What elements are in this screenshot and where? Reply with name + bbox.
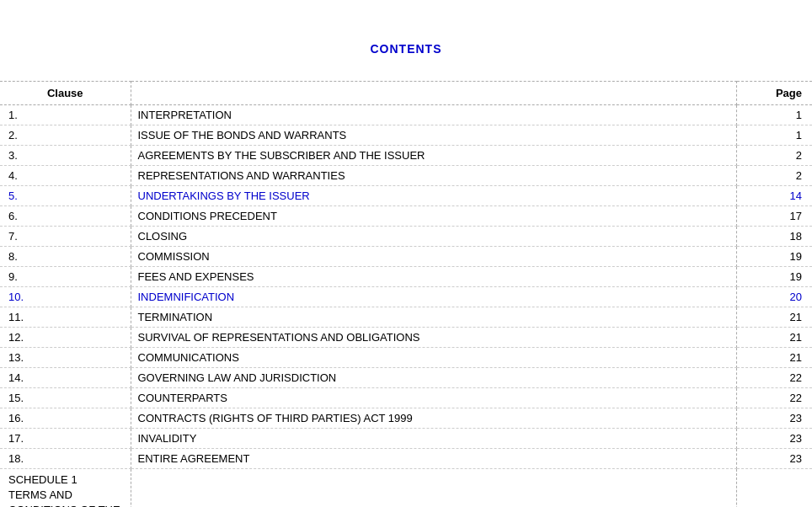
page-cell: 23 [736,429,812,449]
page-cell: 2 [736,146,812,166]
table-row: 15.COUNTERPARTS22 [0,388,812,408]
schedule-page-cell [736,469,812,508]
clause-cell: 4. [0,166,131,186]
description-cell: INVALIDITY [131,429,736,449]
clause-cell: 17. [0,429,131,449]
description-cell: COMMISSION [131,247,736,267]
page-cell: 21 [736,307,812,328]
page: CONTENTS Clause Page 1.INTERPRETATION12.… [0,0,812,507]
table-row: 11.TERMINATION21 [0,307,812,328]
contents-table: Clause Page 1.INTERPRETATION12.ISSUE OF … [0,81,812,507]
schedule-clause-cell: SCHEDULE 1 TERMS AND CONDITIONS OF THE B… [0,469,131,508]
clause-cell: 18. [0,449,131,469]
description-cell: FEES AND EXPENSES [131,267,736,287]
page-title: CONTENTS [371,42,442,56]
page-cell: 14 [736,186,812,206]
clause-cell: 2. [0,125,131,146]
description-cell: ENTIRE AGREEMENT [131,449,736,469]
clause-cell: 9. [0,267,131,287]
clause-cell: 13. [0,348,131,368]
table-header-row: Clause Page [0,82,812,105]
table-row: 4.REPRESENTATIONS AND WARRANTIES2 [0,166,812,186]
clause-cell: 16. [0,408,131,429]
table-row: 3.AGREEMENTS BY THE SUBSCRIBER AND THE I… [0,146,812,166]
table-container: Clause Page 1.INTERPRETATION12.ISSUE OF … [0,81,812,507]
table-row: 1.INTERPRETATION1 [0,105,812,125]
description-cell: UNDERTAKINGS BY THE ISSUER [131,186,736,206]
page-cell: 18 [736,227,812,247]
table-row: 6.CONDITIONS PRECEDENT17 [0,206,812,227]
table-row: 8.COMMISSION19 [0,247,812,267]
clause-cell: 6. [0,206,131,227]
description-cell: GOVERNING LAW AND JURISDICTION [131,368,736,388]
title-area: CONTENTS [0,17,812,72]
description-cell: SURVIVAL OF REPRESENTATIONS AND OBLIGATI… [131,328,736,348]
description-cell: INDEMNIFICATION [131,287,736,307]
description-cell: CLOSING [131,227,736,247]
clause-cell: 12. [0,328,131,348]
page-cell: 2 [736,166,812,186]
header-clause: Clause [0,82,131,105]
clause-cell: 8. [0,247,131,267]
table-row: 16.CONTRACTS (RIGHTS OF THIRD PARTIES) A… [0,408,812,429]
description-cell: CONDITIONS PRECEDENT [131,206,736,227]
header-description [131,82,736,105]
table-row: 14.GOVERNING LAW AND JURISDICTION22 [0,368,812,388]
clause-cell: 3. [0,146,131,166]
clause-cell: 7. [0,227,131,247]
clause-cell: 10. [0,287,131,307]
table-row: 13.COMMUNICATIONS21 [0,348,812,368]
clause-cell: 5. [0,186,131,206]
table-row: 2.ISSUE OF THE BONDS AND WARRANTS1 [0,125,812,146]
table-row: 18.ENTIRE AGREEMENT23 [0,449,812,469]
table-row: 9.FEES AND EXPENSES19 [0,267,812,287]
page-cell: 20 [736,287,812,307]
page-cell: 1 [736,105,812,125]
schedule-row: SCHEDULE 1 TERMS AND CONDITIONS OF THE B… [0,469,812,508]
description-cell: REPRESENTATIONS AND WARRANTIES [131,166,736,186]
description-cell: COMMUNICATIONS [131,348,736,368]
description-cell: TERMINATION [131,307,736,328]
description-cell: AGREEMENTS BY THE SUBSCRIBER AND THE ISS… [131,146,736,166]
page-cell: 1 [736,125,812,146]
page-cell: 17 [736,206,812,227]
page-cell: 19 [736,267,812,287]
description-cell: ISSUE OF THE BONDS AND WARRANTS [131,125,736,146]
header-page: Page [736,82,812,105]
page-cell: 21 [736,348,812,368]
description-cell: CONTRACTS (RIGHTS OF THIRD PARTIES) ACT … [131,408,736,429]
page-cell: 23 [736,449,812,469]
page-cell: 22 [736,368,812,388]
page-cell: 23 [736,408,812,429]
table-row: 10.INDEMNIFICATION20 [0,287,812,307]
clause-cell: 1. [0,105,131,125]
table-row: 5.UNDERTAKINGS BY THE ISSUER14 [0,186,812,206]
page-cell: 21 [736,328,812,348]
table-row: 7.CLOSING18 [0,227,812,247]
description-cell: INTERPRETATION [131,105,736,125]
clause-cell: 11. [0,307,131,328]
clause-cell: 14. [0,368,131,388]
schedule-description-cell [131,469,736,508]
description-cell: COUNTERPARTS [131,388,736,408]
table-row: 17.INVALIDITY23 [0,429,812,449]
table-row: 12.SURVIVAL OF REPRESENTATIONS AND OBLIG… [0,328,812,348]
page-cell: 22 [736,388,812,408]
clause-cell: 15. [0,388,131,408]
page-cell: 19 [736,247,812,267]
